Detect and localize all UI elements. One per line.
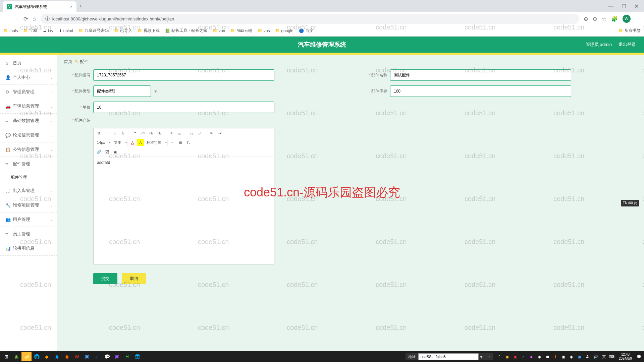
bookmark-item[interactable]: 📗 站长工具 - 站长之家 xyxy=(165,28,207,34)
align-center-icon[interactable]: ☰ xyxy=(177,139,184,146)
bookmark-folder[interactable]: 已导入 xyxy=(114,28,132,34)
tray-icon[interactable]: ▣ xyxy=(560,355,567,359)
all-bookmarks[interactable]: 所有书签 xyxy=(619,28,641,34)
font-size-select[interactable]: 14px xyxy=(96,140,110,145)
addr-dropdown-icon[interactable]: ▾ xyxy=(479,354,484,360)
tray-icon[interactable]: ◆ xyxy=(528,355,535,359)
tab-close-icon[interactable]: × xyxy=(70,4,72,9)
edge-icon[interactable]: ◉ xyxy=(52,352,62,361)
ime-badge[interactable]: EN ⌨ 简 xyxy=(621,200,639,206)
site-info-icon[interactable]: ⓘ xyxy=(45,16,50,22)
app-icon[interactable]: ◉ xyxy=(62,352,72,361)
tray-icon[interactable]: ▣ xyxy=(503,355,511,359)
lang-indicator[interactable]: 英 xyxy=(600,354,607,359)
sidebar-item-parts[interactable]: ≡配件管理⌄ xyxy=(0,157,57,171)
back-icon[interactable]: ← xyxy=(3,16,9,22)
start-icon[interactable]: ⊞ xyxy=(1,352,11,361)
font-family-select[interactable]: 标准字体 xyxy=(145,139,166,146)
code-input[interactable] xyxy=(93,69,274,81)
indent-icon[interactable]: ⇤ xyxy=(208,130,215,136)
bookmark-item[interactable]: 🔵 百度 xyxy=(299,28,313,34)
type-select[interactable] xyxy=(93,85,151,97)
bookmark-icon[interactable]: ☆ xyxy=(602,16,606,22)
tray-icon[interactable]: ▣ xyxy=(512,355,519,359)
editor-content[interactable]: asdfafd xyxy=(94,157,274,264)
notifications-icon[interactable]: 💬 xyxy=(635,355,643,359)
addr-go-icon[interactable]: → xyxy=(484,354,493,360)
volume-icon[interactable]: 🔊 xyxy=(592,355,599,359)
app-icon[interactable]: H xyxy=(122,352,132,361)
h2-icon[interactable]: H₂ xyxy=(156,130,163,136)
sub-icon[interactable]: x₂ xyxy=(188,130,195,136)
ime-icon[interactable]: ⌨ xyxy=(608,355,615,359)
link-icon[interactable]: 🔗 xyxy=(96,148,102,155)
app-icon[interactable]: ▣ xyxy=(82,352,92,361)
bookmark-folder[interactable]: Max云端 xyxy=(230,28,252,34)
sidebar-item-staff[interactable]: ≡员工管理⌄ xyxy=(0,227,57,241)
ul-icon[interactable]: ☰ xyxy=(176,130,183,136)
bookmark-folder[interactable]: google xyxy=(275,28,293,33)
translate-icon[interactable]: ⊕ xyxy=(584,16,588,22)
underline-icon[interactable]: U xyxy=(112,130,118,136)
chrome-icon[interactable]: 🌐 xyxy=(32,352,42,361)
admin-label[interactable]: 管理员 admin xyxy=(586,42,612,48)
sidebar-sub-parts[interactable]: 配件管理 xyxy=(0,171,57,184)
tray-icon[interactable]: ⬆ xyxy=(552,355,559,359)
quote-icon[interactable]: ❝ xyxy=(132,130,139,136)
sidebar-item-vehicle[interactable]: 🚗车辆信息管理⌄ xyxy=(0,99,57,114)
bookmark-item[interactable]: ☁ txy xyxy=(43,28,53,33)
logout-link[interactable]: 退出登录 xyxy=(619,42,636,48)
sidebar-item-users[interactable]: 👥用户管理⌄ xyxy=(0,213,57,227)
app-icon[interactable]: ◉ xyxy=(11,352,21,361)
tray-up-icon[interactable]: ⌃ xyxy=(495,355,503,359)
font-color-icon[interactable]: A xyxy=(129,139,136,146)
sidebar-item-home[interactable]: ⌂首页 xyxy=(0,56,57,70)
minimize-icon[interactable]: — xyxy=(608,3,613,9)
tray-icon[interactable]: ◉ xyxy=(568,355,575,359)
align-left-icon[interactable]: ≡ xyxy=(169,139,176,146)
tray-icon[interactable]: ◼ xyxy=(544,355,551,359)
close-window-icon[interactable]: ✕ xyxy=(634,3,639,9)
sidebar-item-repair[interactable]: 🔧维修项目管理⌄ xyxy=(0,198,57,213)
submit-button[interactable]: 提交 xyxy=(93,273,117,284)
network-icon[interactable]: 🖧 xyxy=(584,355,591,359)
tray-icon[interactable]: ▣ xyxy=(576,355,583,359)
maximize-icon[interactable]: ☐ xyxy=(622,3,626,9)
price-input[interactable] xyxy=(93,102,274,113)
tray-icon[interactable]: ◉ xyxy=(536,355,543,359)
sidebar-item-stock[interactable]: ⛶出入库管理⌄ xyxy=(0,184,57,198)
sidebar-item-basedata[interactable]: ≡基础数据管理⌄ xyxy=(0,114,57,128)
ol-icon[interactable]: ≡ xyxy=(168,130,175,136)
strike-icon[interactable]: S xyxy=(120,130,126,136)
bookmark-folder[interactable]: 宝藏 xyxy=(23,28,37,34)
clear-format-icon[interactable]: Tₓ xyxy=(185,139,192,146)
url-input[interactable]: ⓘ localhost:8080/qicheweixiuguanli/admin… xyxy=(41,14,579,24)
app-icon[interactable]: ✓ xyxy=(92,352,102,361)
sup-icon[interactable]: x² xyxy=(196,130,203,136)
code-icon[interactable]: </> xyxy=(140,130,147,136)
extensions-icon[interactable]: 🧩 xyxy=(611,16,618,22)
breadcrumb-home[interactable]: 首页 xyxy=(64,59,72,64)
italic-icon[interactable]: I xyxy=(104,130,110,136)
app-icon[interactable]: ▣ xyxy=(112,352,122,361)
tray-icon[interactable]: ✓ xyxy=(520,355,527,359)
text-style-select[interactable]: 文本 xyxy=(113,139,126,146)
bookmark-folder[interactable]: vps xyxy=(258,28,270,33)
forward-icon[interactable]: → xyxy=(13,16,19,22)
sidebar-item-profile[interactable]: 👤个人中心⌄ xyxy=(0,70,57,85)
sidebar-item-admin[interactable]: ⚙管理员管理⌄ xyxy=(0,85,57,99)
bold-icon[interactable]: B xyxy=(96,130,102,136)
bookmark-item[interactable]: ⬆ uplod xyxy=(59,28,73,33)
sidebar-item-forum[interactable]: 💬论坛信息管理⌄ xyxy=(0,128,57,142)
sublime-icon[interactable]: ◆ xyxy=(42,352,52,361)
cancel-button[interactable]: 取消 xyxy=(122,273,146,284)
chrome2-icon[interactable]: 🌐 xyxy=(132,352,142,361)
menu-icon[interactable]: ⋮ xyxy=(635,16,641,22)
wps-icon[interactable]: W xyxy=(72,352,82,361)
new-tab-button[interactable]: + xyxy=(79,3,82,9)
bookmark-folder[interactable]: 视频下载 xyxy=(138,28,160,34)
explorer-icon[interactable]: 📁 xyxy=(21,352,32,361)
name-input[interactable] xyxy=(390,69,571,81)
taskbar-addr-input[interactable] xyxy=(418,353,479,360)
video-icon[interactable]: ▣ xyxy=(112,148,118,155)
